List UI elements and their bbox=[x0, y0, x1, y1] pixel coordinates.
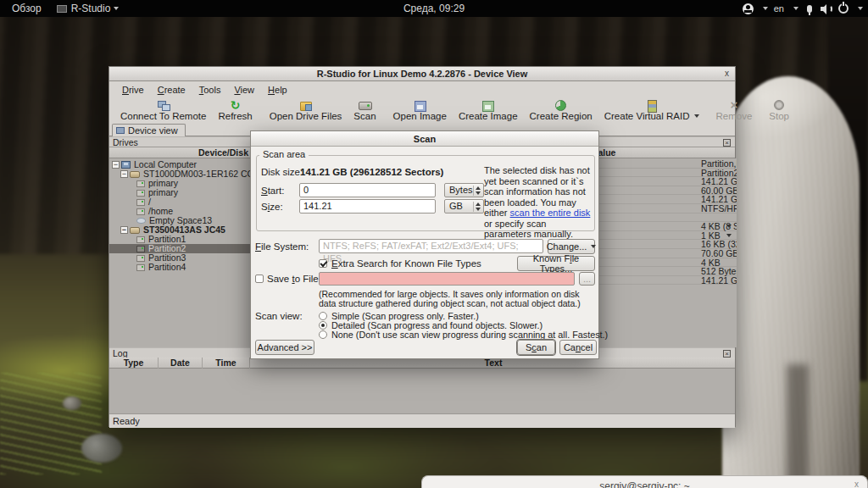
create-virtual-raid-icon bbox=[645, 99, 658, 111]
volume-wave bbox=[826, 5, 832, 13]
activities-button[interactable]: Обзор bbox=[8, 3, 45, 14]
change-button[interactable]: Change... bbox=[548, 239, 595, 254]
window-title: R-Studio for Linux Demo 4.2.2876 - Devic… bbox=[317, 69, 528, 79]
radio-none-label[interactable]: None (Don't use scan view progress durin… bbox=[331, 330, 608, 340]
terminal-window[interactable]: sergiy@sergiy-pc: ~ x bbox=[421, 475, 868, 488]
connect-to-remote-icon bbox=[157, 99, 170, 111]
chevron-down-icon bbox=[726, 225, 732, 228]
size-label: Size: bbox=[261, 202, 283, 212]
chevron-down-icon bbox=[726, 234, 732, 237]
log-column-type[interactable]: Type bbox=[109, 358, 159, 369]
create-image-icon bbox=[481, 99, 494, 111]
panel-close-icon[interactable]: × bbox=[723, 139, 731, 147]
app-menu-button[interactable]: R-Studio bbox=[71, 3, 111, 14]
accessibility-icon[interactable] bbox=[743, 3, 754, 14]
terminal-close-button[interactable]: x bbox=[854, 480, 859, 488]
gnome-top-bar: Обзор R-Studio Среда, 09:29 en bbox=[0, 0, 868, 17]
collapse-icon[interactable]: − bbox=[120, 226, 128, 234]
wallpaper-green-grass bbox=[0, 373, 102, 474]
toolbar-connect-to-remote[interactable]: Connect To Remote bbox=[114, 99, 212, 124]
scan-info-text: The selected disk has not yet been scann… bbox=[484, 165, 593, 240]
chevron-down-icon bbox=[694, 114, 699, 118]
window-titlebar[interactable]: R-Studio for Linux Demo 4.2.2876 - Devic… bbox=[109, 67, 735, 81]
known-file-types-button[interactable]: Known File Types... bbox=[517, 256, 595, 271]
save-to-file-checkbox[interactable] bbox=[255, 274, 264, 283]
menu-create[interactable]: Create bbox=[152, 83, 192, 97]
cancel-button[interactable]: Cancel bbox=[559, 340, 597, 355]
size-input[interactable]: 141.21 bbox=[299, 199, 436, 214]
spin-arrows-icon bbox=[473, 202, 481, 212]
scan-button[interactable]: Scan bbox=[517, 340, 555, 355]
keyboard-layout-indicator[interactable]: en bbox=[774, 3, 784, 14]
log-column-date[interactable]: Date bbox=[159, 358, 203, 369]
tab-device-view[interactable]: Device view bbox=[112, 124, 186, 136]
toolbar-open-drive-files[interactable]: Open Drive Files bbox=[264, 99, 348, 124]
disk-size-value: 141.21 GB (296128512 Sectors) bbox=[300, 167, 443, 177]
extra-search-label[interactable]: Extra Search for Known File Types bbox=[331, 258, 481, 269]
radio-detailed[interactable] bbox=[319, 321, 327, 330]
create-region-icon bbox=[554, 99, 567, 111]
chevron-down-icon bbox=[114, 7, 119, 10]
power-icon[interactable] bbox=[838, 3, 849, 14]
wallpaper-stone bbox=[63, 396, 81, 410]
window-close-button[interactable]: x bbox=[725, 67, 729, 80]
toolbar-create-region[interactable]: Create Region bbox=[524, 99, 598, 124]
radio-simple[interactable] bbox=[319, 312, 327, 320]
microphone-icon[interactable] bbox=[807, 5, 812, 13]
partition-icon bbox=[136, 255, 145, 262]
chevron-down-icon bbox=[858, 7, 863, 10]
extra-search-checkbox[interactable] bbox=[319, 259, 327, 268]
toolbar-create-image[interactable]: Create Image bbox=[453, 99, 524, 124]
spin-arrows-icon bbox=[473, 186, 481, 196]
file-system-input[interactable]: NTFS; ReFS; FAT/exFAT; Ext2/Ext3/Ext4; U… bbox=[319, 239, 543, 253]
start-label: Start: bbox=[261, 186, 284, 196]
toolbar-create-virtual-raid[interactable]: Create Virtual RAID bbox=[598, 99, 705, 124]
toolbar-refresh[interactable]: ↻Refresh bbox=[212, 99, 258, 124]
save-note-text: (Recommended for large objects. It saves… bbox=[319, 290, 595, 308]
chevron-down-icon bbox=[793, 7, 798, 10]
terminal-title: sergiy@sergiy-pc: ~ bbox=[422, 480, 867, 488]
partition-icon bbox=[136, 246, 145, 252]
stop-icon bbox=[773, 99, 786, 111]
toolbar-scan[interactable]: Scan bbox=[348, 99, 381, 124]
start-unit-select[interactable]: Bytes bbox=[444, 183, 484, 197]
size-unit-select[interactable]: GB bbox=[444, 199, 484, 214]
advanced-button[interactable]: Advanced >> bbox=[255, 340, 314, 355]
scan-area-legend: Scan area bbox=[259, 149, 309, 159]
dialog-titlebar[interactable]: Scan bbox=[251, 131, 598, 147]
radio-none[interactable] bbox=[319, 330, 327, 339]
save-to-file-input[interactable] bbox=[319, 272, 575, 286]
remove-icon: × bbox=[727, 99, 740, 111]
scan-entire-disk-link[interactable]: scan the entire disk bbox=[510, 208, 591, 218]
desktop: Обзор R-Studio Среда, 09:29 en R-Studio … bbox=[0, 0, 868, 488]
scan-dialog: Scan Scan area Disk size: 141.21 GB (296… bbox=[250, 130, 599, 359]
save-to-file-label[interactable]: Save to File: bbox=[267, 274, 321, 284]
menu-tools[interactable]: Tools bbox=[193, 83, 227, 97]
refresh-icon: ↻ bbox=[229, 99, 242, 111]
computer-icon bbox=[121, 161, 131, 169]
clock[interactable]: Среда, 09:29 bbox=[0, 3, 868, 14]
toolbar-open-image[interactable]: Open Image bbox=[387, 99, 453, 124]
menu-help[interactable]: Help bbox=[262, 83, 293, 97]
open-drive-files-icon bbox=[299, 99, 312, 111]
volume-icon[interactable] bbox=[821, 3, 832, 14]
collapse-icon[interactable]: − bbox=[120, 170, 128, 178]
wallpaper-wolf-shadow bbox=[787, 364, 809, 488]
log-list bbox=[109, 369, 735, 413]
start-input[interactable]: 0 bbox=[299, 183, 436, 197]
log-column-time[interactable]: Time bbox=[203, 358, 250, 369]
partition-icon bbox=[136, 236, 145, 243]
scan-icon bbox=[359, 99, 371, 111]
panel-close-icon[interactable]: × bbox=[723, 350, 731, 358]
chevron-down-icon bbox=[763, 7, 768, 10]
browse-button: ... bbox=[579, 272, 595, 286]
menu-drive[interactable]: Drive bbox=[116, 83, 150, 97]
menu-view[interactable]: View bbox=[228, 83, 260, 97]
partition-icon bbox=[136, 208, 145, 215]
partition-icon bbox=[136, 199, 145, 206]
scan-view-label: Scan view: bbox=[255, 311, 303, 321]
collapse-icon[interactable]: − bbox=[112, 161, 120, 169]
status-bar: Ready bbox=[109, 413, 735, 428]
wallpaper-stone bbox=[81, 434, 122, 463]
partition-icon bbox=[136, 190, 145, 197]
